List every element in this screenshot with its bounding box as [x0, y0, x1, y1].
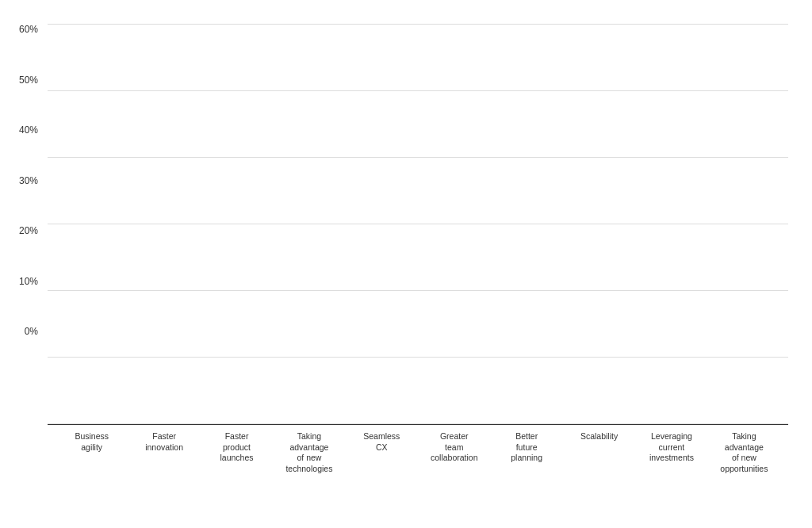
x-label: Takingadvantageof newtechnologies: [273, 431, 345, 512]
x-label: Fasterproductlaunches: [201, 431, 273, 512]
x-label: Takingadvantageof newopportunities: [708, 431, 780, 512]
chart-container: 0%10%20%30%40%50%60% BusinessagilityFast…: [0, 0, 812, 528]
x-label: Scalability: [563, 431, 635, 512]
y-axis-label: 10%: [6, 276, 38, 287]
x-label: SeamlessCX: [346, 431, 418, 512]
y-axis-label: 40%: [6, 124, 38, 136]
x-label: Leveragingcurrentinvestments: [635, 431, 707, 512]
x-labels: BusinessagilityFasterinnovationFasterpro…: [48, 425, 788, 512]
y-axis-label: 50%: [6, 75, 38, 86]
y-axis-label: 0%: [6, 326, 38, 337]
y-axis-labels: 0%10%20%30%40%50%60%: [6, 24, 38, 337]
grid-and-bars: 0%10%20%30%40%50%60%: [48, 24, 788, 424]
x-label: Fasterinnovation: [128, 431, 200, 512]
x-label: Greaterteamcollaboration: [418, 431, 490, 512]
x-label: Businessagility: [56, 431, 128, 512]
y-axis-label: 30%: [6, 175, 38, 186]
y-axis-label: 20%: [6, 225, 38, 236]
y-axis-label: 60%: [6, 24, 38, 35]
bars-row: [48, 24, 788, 424]
x-label: Betterfutureplanning: [490, 431, 562, 512]
chart-area: 0%10%20%30%40%50%60% BusinessagilityFast…: [48, 24, 788, 512]
